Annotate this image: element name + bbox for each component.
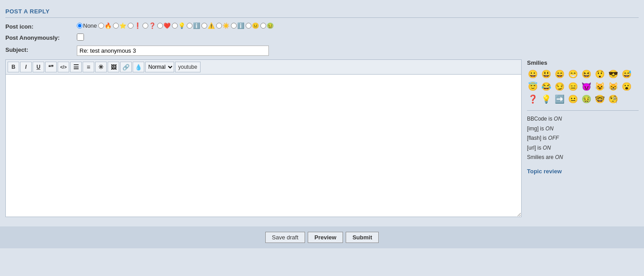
smiley-6[interactable]: 😲 [594,68,606,80]
smiley-12[interactable]: 😑 [567,81,579,92]
radio-question[interactable]: ❓ [142,22,156,29]
info-icon: ℹ️ [193,22,200,29]
subject-row: Subject: [5,46,639,56]
radio-question-input[interactable] [142,23,148,29]
exclaim-icon: ❗ [134,22,141,29]
post-icon-row: Post icon: None 🔥 ⭐ [5,22,639,30]
radio-face[interactable]: 😐 [246,22,259,29]
radio-star-input[interactable] [113,23,119,29]
image-button[interactable]: 🖼 [108,62,119,72]
radio-warn[interactable]: ⚠️ [201,22,215,29]
bold-button[interactable]: B [8,62,19,72]
smilies-grid: 😀 😃 😄 😁 😆 😲 😎 😅 😇 😂 😏 😑 😈 😺 😸 [527,68,639,105]
smile2-icon: 🤢 [267,22,274,29]
radio-smile2[interactable]: 🤢 [260,22,274,29]
smiley-10[interactable]: 😂 [540,81,552,92]
bbcode-info: BBCode is ON [img] is ON [flash] is OFF [527,110,639,163]
editor-toolbar: B I U ❝❞ </> ☰ ≡ ✳ 🖼 🔗 💧 Normal Tiny Sma… [5,59,522,74]
bbcode-row: BBCode is ON [527,114,639,124]
subject-control [77,46,639,56]
smilies-status: ON [555,154,563,160]
radio-fire[interactable]: 🔥 [98,22,112,29]
smiley-8[interactable]: 😅 [621,68,632,80]
bbcode-is: is [548,116,554,122]
post-anon-checkbox[interactable] [77,33,84,41]
underline-button[interactable]: U [33,62,44,72]
radio-none[interactable]: None [77,22,97,29]
smiley-3[interactable]: 😄 [554,68,565,80]
radio-arrow-input[interactable] [231,23,237,29]
radio-face-input[interactable] [246,23,251,29]
post-icon-label: Post icon: [5,22,77,30]
topic-review-link[interactable]: Topic review [527,168,639,175]
post-reply-section: POST A REPLY Post icon: None 🔥 ⭐ [0,4,644,223]
radio-warn-input[interactable] [201,23,207,29]
star-icon: ⭐ [119,22,126,29]
url-status: ON [543,145,551,151]
img-row: [img] is ON [527,124,639,134]
page-wrapper: POST A REPLY Post icon: None 🔥 ⭐ [0,0,644,276]
radio-exclaim-input[interactable] [128,23,134,29]
radio-info-input[interactable] [187,23,192,29]
radio-heart-input[interactable] [157,23,163,29]
warn-icon: ⚠️ [208,22,215,29]
smilies-panel: Smilies 😀 😃 😄 😁 😆 😲 😎 😅 😇 😂 😏 😑 [527,59,639,218]
smiley-2[interactable]: 😃 [540,68,552,80]
smiley-11[interactable]: 😏 [554,81,565,92]
font-size-select[interactable]: Normal Tiny Small Large Huge [145,62,174,72]
smiley-14[interactable]: 😺 [594,81,606,92]
italic-button[interactable]: I [20,62,32,72]
url-row: [url] is ON [527,143,639,153]
url-is: is [537,145,543,151]
radio-star[interactable]: ⭐ [113,22,126,29]
radio-bulb-input[interactable] [172,23,178,29]
radio-fire-input[interactable] [98,23,104,29]
ordered-list-button[interactable]: ☰ [70,62,82,72]
radio-idea[interactable]: ☀️ [216,22,230,29]
radio-arrow[interactable]: ℹ️ [231,22,244,29]
preview-button[interactable]: Preview [308,232,343,243]
smiley-13[interactable]: 😈 [581,81,592,92]
smiley-16[interactable]: 😮 [621,81,632,92]
unordered-list-button[interactable]: ≡ [83,62,94,72]
fire-icon: 🔥 [105,22,112,29]
subject-input[interactable] [77,46,269,56]
code-button[interactable]: </> [58,62,69,72]
smiley-15[interactable]: 😸 [607,81,619,92]
smilies-title: Smilies [527,59,639,66]
radio-heart[interactable]: ❤️ [157,22,171,29]
flash-row: [flash] is OFF [527,134,639,143]
radio-none-input[interactable] [77,23,83,29]
smiley-1[interactable]: 😀 [527,68,539,80]
special-button[interactable]: ✳ [95,62,107,72]
img-status: ON [545,125,553,132]
radio-smile2-input[interactable] [260,23,266,29]
radio-exclaim[interactable]: ❗ [128,22,141,29]
editor-area: B I U ❝❞ </> ☰ ≡ ✳ 🖼 🔗 💧 Normal Tiny Sma… [5,59,639,218]
smiley-7[interactable]: 😎 [607,68,619,80]
smiley-20[interactable]: 😐 [567,93,579,105]
color-button[interactable]: 💧 [133,62,144,72]
quote-button[interactable]: ❝❞ [45,62,57,72]
post-anon-control [77,33,639,42]
smiley-19[interactable]: ➡️ [554,93,565,105]
smiley-4[interactable]: 😁 [567,68,579,80]
radio-info[interactable]: ℹ️ [187,22,200,29]
smiley-21[interactable]: 🤢 [581,93,592,105]
smiley-17[interactable]: ❓ [527,93,539,105]
smiley-22[interactable]: 🤓 [594,93,606,105]
editor-main: B I U ❝❞ </> ☰ ≡ ✳ 🖼 🔗 💧 Normal Tiny Sma… [5,59,522,218]
idea-icon: ☀️ [222,22,230,29]
smiley-5[interactable]: 😆 [581,68,592,80]
smiley-9[interactable]: 😇 [527,81,539,92]
face-icon: 😐 [252,22,259,29]
smiley-18[interactable]: 💡 [540,93,552,105]
save-draft-button[interactable]: Save draft [265,232,305,243]
submit-button[interactable]: Submit [346,232,379,243]
radio-bulb[interactable]: 💡 [172,22,185,29]
message-textarea[interactable] [5,74,522,217]
youtube-button[interactable]: youtube [175,62,201,72]
radio-idea-input[interactable] [216,23,222,29]
link-button[interactable]: 🔗 [120,62,132,72]
smiley-23[interactable]: 🧐 [607,93,619,105]
